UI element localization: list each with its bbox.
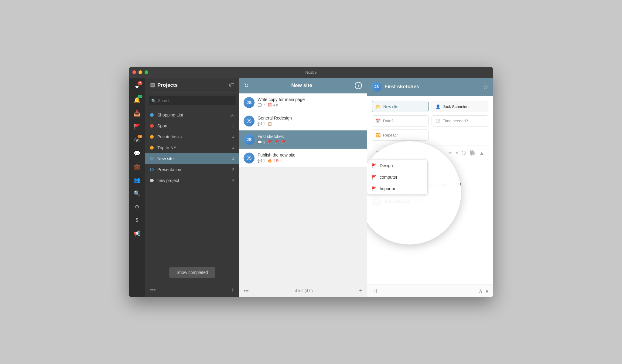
tasklist-more-button[interactable]: ••• — [244, 288, 249, 294]
task-name: Publish the new site — [258, 153, 363, 157]
sidebar-item-billing[interactable]: $ — [131, 214, 143, 226]
chat-icon: 💬 — [134, 150, 140, 157]
sidebar-more-button[interactable]: ••• — [150, 287, 156, 293]
nav-up-button[interactable]: ∧ — [479, 288, 483, 294]
search-input[interactable] — [149, 96, 236, 105]
time-field[interactable]: 🕐 Time needed? — [432, 115, 488, 126]
task-item-redesign[interactable]: JS General Redesign 💬 1 📋 — [239, 112, 367, 130]
project-count: 6 — [232, 178, 234, 183]
edit-icon[interactable]: ✏ — [449, 150, 453, 156]
project-dot — [150, 157, 154, 160]
sidebar-item-notifications[interactable]: 🔔 1 — [131, 94, 143, 106]
show-completed-area: Show completed — [145, 262, 239, 283]
detail-fields: 📁 New site 👤 Jack Schneider 📅 Date? 🕐 Ti… — [372, 101, 488, 141]
sidebar-item-broadcast[interactable]: 📢 — [131, 228, 143, 240]
detail-title: First sketches — [384, 84, 419, 90]
project-name: New site — [157, 156, 232, 161]
project-name: Shopping List — [157, 113, 230, 117]
reply-arrow-icon[interactable]: →| — [371, 288, 377, 294]
sidebar-item-priority[interactable]: ★ 7 — [131, 81, 143, 93]
sidebar-item-inbox[interactable]: 📥 — [131, 107, 143, 120]
task-list-header: ↻ New site i — [239, 78, 367, 93]
detail-avatar: JS — [372, 82, 381, 92]
task-list-title: New site — [291, 83, 312, 89]
fullscreen-button[interactable] — [145, 70, 148, 74]
task-item-firstsketches[interactable]: JS First sketches 💬 3 🚩 🚩 🚩 — [239, 130, 367, 149]
app-body: ★ 7 🔔 1 📥 🚩 🛍 3 💬 💼 — [129, 78, 493, 297]
sidebar-item-flags[interactable]: 🚩 — [131, 121, 143, 133]
project-item-newproject[interactable]: new project 6 — [145, 175, 239, 186]
task-content: Publish the new site 💬 1 🔥 1 Feb — [258, 153, 363, 163]
avatar: JS — [244, 97, 255, 108]
star-button[interactable]: ☆ — [483, 83, 488, 90]
project-item-private[interactable]: Private tasks 4 — [145, 131, 239, 142]
comment-count: 💬 1 — [258, 159, 265, 163]
project-name: Private tasks — [157, 134, 232, 139]
gdrive-icon[interactable]: ▲ — [479, 150, 484, 156]
dropdown-item-design[interactable]: 🚩 Design — [367, 160, 427, 171]
notif-badge: 1 — [138, 95, 142, 98]
task-content: First sketches 💬 3 🚩 🚩 🚩 — [258, 134, 363, 144]
project-name: new project — [157, 178, 232, 183]
priority-badge: 7 — [138, 81, 142, 85]
project-count: 4 — [232, 157, 234, 161]
sidebar-item-team[interactable]: 👥 — [131, 174, 143, 186]
clock-icon: 🕐 — [436, 119, 440, 123]
project-item-shopping[interactable]: Shopping List 10 — [145, 110, 239, 120]
minimize-button[interactable] — [138, 70, 142, 74]
show-completed-button[interactable]: Show completed — [169, 267, 215, 278]
icon-sidebar: ★ 7 🔔 1 📥 🚩 🛍 3 💬 💼 — [129, 78, 145, 297]
dropdown-label: Design — [380, 163, 393, 168]
project-name: Presentation — [157, 167, 232, 172]
project-item-newsite[interactable]: New site 4 — [145, 153, 239, 164]
list-icon[interactable]: ≡ — [456, 150, 458, 156]
assignee-value: Jack Schneider — [443, 104, 470, 109]
dropdown-item-computer[interactable]: 🚩 computer — [367, 171, 427, 183]
time-estimate: ⏰ 4 h — [268, 103, 278, 107]
sidebar-item-bag[interactable]: 🛍 3 — [131, 134, 143, 146]
task-item-publish[interactable]: JS Publish the new site 💬 1 🔥 1 Feb — [239, 149, 367, 167]
sidebar-item-projects[interactable]: 💼 — [131, 161, 143, 173]
gear-icon: ⚙ — [135, 204, 139, 210]
project-field[interactable]: 📁 New site — [372, 101, 429, 112]
flag1: 🚩 — [268, 140, 272, 144]
nav-down-button[interactable]: ∨ — [485, 288, 489, 294]
project-count: 10 — [230, 113, 234, 117]
project-item-presentation[interactable]: Presentation 5 — [145, 164, 239, 175]
project-dot — [150, 135, 154, 139]
sidebar-item-search[interactable]: 🔍 — [131, 187, 143, 200]
task-item-writecopy[interactable]: JS Write copy for main page 💬 7 ⏰ 4 h — [239, 93, 367, 112]
due-date: 🔥 1 Feb — [268, 159, 282, 163]
evernote-icon[interactable]: 🐘 — [469, 150, 476, 156]
detail-panel: JS First sketches ☆ 📁 New site 👤 Jack Sc… — [367, 78, 493, 297]
comment-count: 💬 3 — [258, 140, 265, 144]
avatar: JS — [244, 153, 255, 163]
nav-arrows: ∧ ∨ — [479, 288, 489, 294]
dropdown-label: Important — [380, 186, 398, 191]
project-dot — [150, 124, 154, 128]
info-icon[interactable]: i — [355, 82, 362, 89]
dropdown-item-important[interactable]: 🚩 Important — [367, 183, 427, 194]
assignee-icon: 👤 — [436, 104, 440, 109]
project-count: 4 — [232, 146, 234, 150]
sidebar-item-settings[interactable]: ⚙ — [131, 201, 143, 213]
add-task-button[interactable]: + — [359, 287, 363, 294]
close-button[interactable] — [132, 70, 136, 74]
sidebar-item-chat[interactable]: 💬 — [131, 147, 143, 160]
sync-icon[interactable]: ↻ — [244, 82, 249, 89]
flag-icon: 🚩 — [371, 163, 377, 168]
project-item-tripny[interactable]: Trip to NY 4 — [145, 142, 239, 153]
date-field[interactable]: 📅 Date? — [372, 115, 429, 126]
project-count: 3 — [232, 124, 234, 128]
flag2: 🚩 — [275, 140, 279, 144]
avatar: JS — [244, 116, 255, 126]
dropbox-icon[interactable]: ⬡ — [461, 150, 466, 156]
project-item-sport[interactable]: Sport 3 — [145, 120, 239, 131]
repeat-field[interactable]: 🔁 Repeat? — [372, 130, 429, 141]
assignee-field[interactable]: 👤 Jack Schneider — [432, 101, 488, 112]
project-name: Trip to NY — [157, 145, 232, 150]
add-project-button[interactable]: + — [231, 287, 234, 294]
traffic-lights — [132, 70, 148, 74]
tag-icon[interactable]: 🏷 — [229, 82, 234, 88]
sidebar-header: ▤ Projects 🏷 — [145, 78, 239, 93]
